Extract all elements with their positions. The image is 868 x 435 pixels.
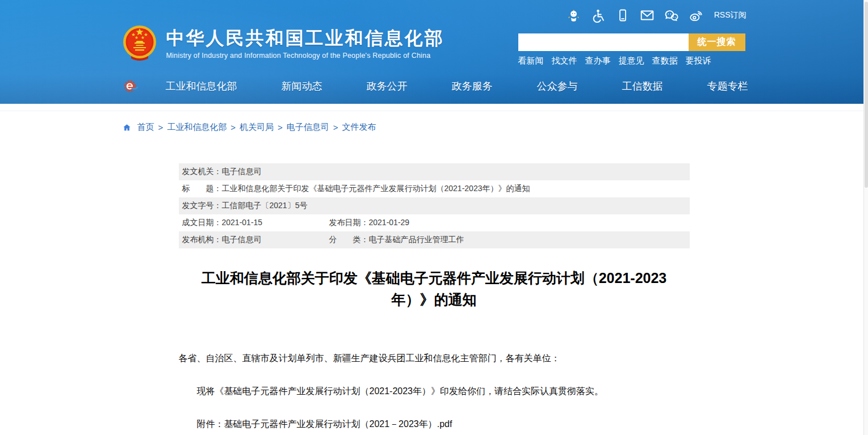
rss-subscribe-link[interactable]: RSS订阅 (714, 10, 747, 20)
attachment-pdf-link[interactable]: 附件：基础电子元器件产业发展行动计划（2021－2023年）.pdf (179, 417, 690, 431)
accessibility-icon[interactable] (591, 8, 606, 23)
table-row: 成文日期： 2021-01-15 发布日期： 2021-01-29 (179, 214, 690, 231)
breadcrumb-home[interactable]: 首页 (137, 122, 154, 133)
written-date-label: 成文日期： (182, 218, 222, 228)
table-row: 发文字号： 工信部电子〔2021〕5号 (179, 197, 690, 214)
publish-date-value: 2021-01-29 (369, 218, 410, 228)
mobile-icon[interactable] (615, 8, 630, 23)
home-icon[interactable] (122, 123, 132, 132)
document-page: 发文机关： 电子信息司 标 题： 工业和信息化部关于印发《基础电子元器件产业发展… (179, 163, 690, 431)
nav-item-public-participation[interactable]: 公众参与 (537, 79, 578, 93)
quick-link-news[interactable]: 看新闻 (518, 56, 544, 66)
nav-item-gov-services[interactable]: 政务服务 (452, 79, 493, 93)
article-paragraph: 现将《基础电子元器件产业发展行动计划（2021-2023年）》印发给你们，请结合… (179, 384, 690, 398)
nav-item-gov-disclosure[interactable]: 政务公开 (367, 79, 408, 93)
scrollbar-track[interactable] (863, 0, 868, 435)
article-body: 各省、自治区、直辖市及计划单列市、新疆生产建设兵团工业和信息化主管部门，各有关单… (179, 351, 690, 431)
breadcrumb: 首页 > 工业和信息化部 > 机关司局 > 电子信息司 > 文件发布 (122, 122, 747, 133)
quick-links: 看新闻 找文件 查办事 提意见 查数据 要投诉 (518, 56, 711, 66)
doc-title-value: 工业和信息化部关于印发《基础电子元器件产业发展行动计划（2021-2023年）》… (222, 184, 530, 194)
search-bar: 统一搜索 (518, 33, 745, 51)
breadcrumb-document-release[interactable]: 文件发布 (342, 122, 376, 133)
banner-divider (0, 104, 868, 111)
breadcrumb-electronics-dept[interactable]: 电子信息司 (287, 122, 329, 133)
scrollbar-thumb[interactable] (865, 2, 868, 188)
national-emblem-logo (122, 25, 157, 61)
written-date-value: 2021-01-15 (222, 218, 263, 228)
quick-link-data[interactable]: 查数据 (652, 56, 678, 66)
main-nav: 工业和信息化部 新闻动态 政务公开 政务服务 公众参与 工信数据 专题专栏 (122, 75, 748, 97)
unified-search-button[interactable]: 统一搜索 (689, 33, 745, 51)
site-title: 中华人民共和国工业和信息化部 (166, 27, 445, 49)
document-info-table: 发文机关： 电子信息司 标 题： 工业和信息化部关于印发《基础电子元器件产业发展… (179, 163, 690, 248)
doc-number-value: 工信部电子〔2021〕5号 (222, 201, 308, 211)
search-input[interactable] (518, 33, 689, 51)
nav-item-data[interactable]: 工信数据 (622, 79, 663, 93)
quick-link-files[interactable]: 找文件 (552, 56, 577, 66)
table-row: 发文机关： 电子信息司 (179, 163, 690, 180)
breadcrumb-separator: > (230, 123, 236, 132)
category-value: 电子基础产品行业管理工作 (369, 235, 464, 245)
issuing-agency-value: 电子信息司 (222, 167, 262, 177)
breadcrumb-separator: > (278, 123, 283, 132)
site-brand: 中华人民共和国工业和信息化部 Ministry of Industry and … (122, 25, 445, 61)
site-banner: RSS订阅 中华人民共和国工业和信息化部 (0, 0, 868, 104)
quick-link-feedback[interactable]: 提意见 (619, 56, 644, 66)
table-row: 发布机构： 电子信息司 分 类： 电子基础产品行业管理工作 (179, 231, 690, 248)
wechat-icon[interactable] (664, 8, 679, 23)
nav-item-special-topics[interactable]: 专题专栏 (707, 79, 748, 93)
weibo-icon[interactable] (689, 8, 703, 23)
quick-link-services[interactable]: 查办事 (585, 56, 611, 66)
publishing-org-value: 电子信息司 (222, 235, 262, 245)
nav-item-news[interactable]: 新闻动态 (282, 79, 322, 93)
breadcrumb-departments[interactable]: 机关司局 (240, 122, 274, 133)
category-label: 分 类： (329, 235, 369, 245)
breadcrumb-miit[interactable]: 工业和信息化部 (167, 122, 227, 133)
doc-title-label: 标 题： (182, 184, 222, 194)
top-utility-bar: RSS订阅 (567, 8, 747, 23)
breadcrumb-separator: > (158, 123, 163, 132)
mail-icon[interactable] (640, 8, 655, 23)
table-row: 标 题： 工业和信息化部关于印发《基础电子元器件产业发展行动计划（2021-20… (179, 180, 690, 197)
mascot-icon[interactable] (567, 8, 581, 23)
doc-number-label: 发文字号： (182, 201, 222, 211)
publish-date-label: 发布日期： (329, 218, 369, 228)
breadcrumb-separator: > (333, 123, 338, 132)
quick-link-complaint[interactable]: 要投诉 (686, 56, 711, 66)
article-paragraph: 各省、自治区、直辖市及计划单列市、新疆生产建设兵团工业和信息化主管部门，各有关单… (179, 351, 690, 365)
issuing-agency-label: 发文机关： (182, 167, 222, 177)
nav-item-miit[interactable]: 工业和信息化部 (166, 79, 237, 93)
site-subtitle-en: Ministry of Industry and Information Tec… (166, 52, 445, 60)
publishing-org-label: 发布机构： (182, 235, 222, 245)
miit-e-logo-icon (122, 78, 139, 95)
article-title: 工业和信息化部关于印发《基础电子元器件产业发展行动计划（2021-2023年）》… (184, 267, 684, 310)
